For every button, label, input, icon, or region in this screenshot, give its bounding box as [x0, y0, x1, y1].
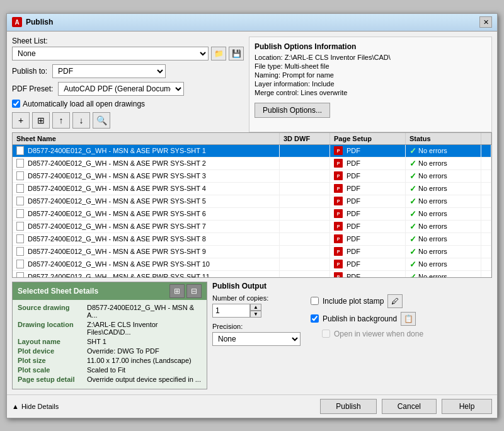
precision-select[interactable]: None — [212, 332, 301, 346]
table-row[interactable]: D8577-2400E012_G_WH - MSN & ASE PWR SYS-… — [13, 183, 491, 195]
action-buttons: Publish Cancel Help — [320, 399, 492, 414]
publish-button[interactable]: Publish — [320, 399, 376, 414]
table-row[interactable]: D8577-2400E012_G_WH - MSN & ASE PWR SYS-… — [13, 170, 491, 183]
source-drawing-val: D8577-2400E012_G_WH - MSN & A... — [87, 304, 202, 319]
details-icon-btn1[interactable]: ⊞ — [169, 284, 185, 298]
app-icon: A — [12, 17, 22, 27]
sheet-list-select[interactable]: None — [12, 47, 209, 60]
publish-to-select[interactable]: PDF — [52, 64, 166, 78]
info-location: Location: Z:\ARL-E CLS Inventor Files\CA… — [255, 54, 486, 61]
auto-load-checkbox[interactable] — [12, 100, 20, 108]
dialog-title: Publish — [26, 18, 479, 26]
drawing-location-key: Drawing location — [18, 321, 87, 336]
preview-btn[interactable]: 🔍 — [93, 112, 110, 129]
source-drawing-key: Source drawing — [18, 304, 87, 319]
help-button[interactable]: Help — [442, 399, 492, 414]
info-title: Publish Options Information — [255, 42, 486, 51]
publish-output: Publish Output Number of copies: ▲ ▼ Pre… — [212, 282, 492, 389]
hide-details-label: Hide Details — [21, 403, 59, 410]
drawing-location-val: Z:\ARL-E CLS Inventor Files\CAD\D... — [87, 321, 202, 336]
pdf-preset-label: PDF Preset: — [12, 84, 53, 93]
table-row[interactable]: D8577-2400E012_G_WH - MSN & ASE PWR SYS-… — [13, 271, 491, 277]
plot-scale-val: Scaled to Fit — [87, 366, 125, 374]
plot-stamp-checkbox[interactable] — [311, 297, 319, 305]
col-header-scroll — [481, 133, 491, 144]
cancel-button[interactable]: Cancel — [382, 399, 437, 414]
plot-stamp-label: Include plot stamp — [323, 297, 384, 306]
copies-label: Number of copies: — [212, 294, 301, 302]
table-row[interactable]: D8577-2400E012_G_WH - MSN & ASE PWR SYS-… — [13, 158, 491, 170]
auto-load-label: Automatically load all open drawings — [23, 100, 145, 108]
toolbar: + ⊞ ↑ ↓ 🔍 — [12, 112, 244, 129]
sheet-list-label: Sheet List: — [12, 37, 244, 45]
copies-input[interactable] — [212, 304, 250, 318]
details-header-icons: ⊞ ⊟ — [169, 284, 202, 298]
output-title: Publish Output — [212, 282, 492, 290]
publish-background-checkbox[interactable] — [311, 314, 319, 323]
col-header-name: Sheet Name — [13, 133, 280, 144]
table-row[interactable]: D8577-2400E012_G_WH - MSN & ASE PWR SYS-… — [13, 145, 491, 158]
info-naming: Naming: Prompt for name — [255, 71, 486, 79]
publish-options-button[interactable]: Publish Options... — [255, 103, 330, 118]
publish-dialog: A Publish ✕ Sheet List: None 📁 💾 Publish — [6, 13, 498, 418]
col-header-setup: Page Setup — [330, 133, 406, 144]
move-down-btn[interactable]: ↓ — [72, 112, 90, 129]
left-panel: Sheet List: None 📁 💾 Publish to: PDF — [12, 37, 244, 132]
plot-device-val: Override: DWG To PDF — [87, 347, 159, 355]
table-body: D8577-2400E012_G_WH - MSN & ASE PWR SYS-… — [13, 145, 491, 277]
open-viewer-checkbox[interactable] — [322, 330, 330, 338]
publish-to-label: Publish to: — [12, 67, 47, 76]
pdf-preset-select[interactable]: AutoCAD PDF (General Documentation) — [58, 82, 184, 96]
layout-name-key: Layout name — [18, 338, 87, 345]
selected-sheet-details: Selected Sheet Details ⊞ ⊟ Source drawin… — [12, 282, 207, 389]
sheet-list-load-btn[interactable]: 📁 — [211, 47, 226, 60]
bottom-bar: ▲ Hide Details Publish Cancel Help — [7, 394, 497, 418]
sheet-table: Sheet Name 3D DWF Page Setup Status D857… — [12, 132, 492, 278]
add-all-btn[interactable]: ⊞ — [32, 112, 50, 129]
table-header: Sheet Name 3D DWF Page Setup Status — [13, 133, 491, 145]
plot-device-key: Plot device — [18, 347, 87, 355]
page-setup-key: Page setup detail — [18, 376, 87, 383]
publish-background-label: Publish in background — [323, 314, 397, 323]
plot-scale-key: Plot scale — [18, 366, 87, 374]
col-header-status: Status — [406, 133, 481, 144]
add-sheet-btn[interactable]: + — [12, 112, 30, 129]
details-header-text: Selected Sheet Details — [18, 287, 98, 296]
hide-details-arrow: ▲ — [12, 403, 19, 410]
move-up-btn[interactable]: ↑ — [52, 112, 70, 129]
copies-up-btn[interactable]: ▲ — [250, 304, 261, 311]
col-header-dwf: 3D DWF — [280, 133, 330, 144]
title-bar: A Publish ✕ — [7, 14, 497, 32]
details-icon-btn2[interactable]: ⊟ — [186, 284, 202, 298]
sheet-list-save-btn[interactable]: 💾 — [229, 47, 244, 60]
bottom-section: Selected Sheet Details ⊞ ⊟ Source drawin… — [12, 282, 492, 389]
table-row[interactable]: D8577-2400E012_G_WH - MSN & ASE PWR SYS-… — [13, 258, 491, 271]
info-file-type: File type: Multi-sheet file — [255, 62, 486, 70]
details-body: Source drawing D8577-2400E012_G_WH - MSN… — [13, 300, 207, 389]
info-merge: Merge control: Lines overwrite — [255, 89, 486, 96]
details-header: Selected Sheet Details ⊞ ⊟ — [13, 282, 207, 300]
copies-down-btn[interactable]: ▼ — [250, 311, 261, 318]
info-layer: Layer information: Include — [255, 80, 486, 88]
table-row[interactable]: D8577-2400E012_G_WH - MSN & ASE PWR SYS-… — [13, 208, 491, 221]
copies-section: Number of copies: ▲ ▼ Precision: None — [212, 294, 301, 346]
table-row[interactable]: D8577-2400E012_G_WH - MSN & ASE PWR SYS-… — [13, 221, 491, 233]
stamp-icon-btn[interactable]: 🖊 — [387, 294, 403, 308]
plot-size-key: Plot size — [18, 357, 87, 364]
output-options: Include plot stamp 🖊 Publish in backgrou… — [311, 294, 492, 342]
page-setup-val: Override output device specified in ... — [87, 376, 201, 383]
table-row[interactable]: D8577-2400E012_G_WH - MSN & ASE PWR SYS-… — [13, 233, 491, 246]
open-viewer-label: Open in viewer when done — [334, 330, 423, 338]
close-button[interactable]: ✕ — [479, 16, 492, 28]
info-panel: Publish Options Information Location: Z:… — [249, 37, 492, 132]
precision-label: Precision: — [212, 323, 301, 330]
layout-name-val: SHT 1 — [87, 338, 106, 345]
table-row[interactable]: D8577-2400E012_G_WH - MSN & ASE PWR SYS-… — [13, 195, 491, 208]
background-icon-btn[interactable]: 📋 — [401, 312, 416, 326]
copies-spinner: ▲ ▼ — [250, 304, 261, 318]
plot-size-val: 11.00 x 17.00 inches (Landscape) — [87, 357, 192, 364]
table-row[interactable]: D8577-2400E012_G_WH - MSN & ASE PWR SYS-… — [13, 246, 491, 258]
hide-details-button[interactable]: ▲ Hide Details — [12, 403, 59, 410]
